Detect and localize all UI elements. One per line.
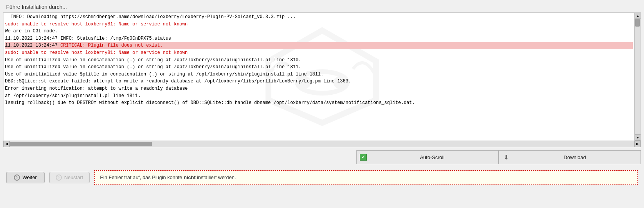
log-line: 11.10.2022 13:24:47 INFO: Statusfile: /t…	[5, 35, 633, 42]
download-icon: ⬇	[502, 153, 510, 161]
log-line: Use of uninitialized value in concatenat…	[5, 57, 633, 64]
log-line: 11.10.2022 13:24:47 CRITICAL: Plugin fil…	[5, 42, 633, 49]
h-scroll-track	[10, 142, 634, 146]
log-text-area: INFO: Downloading https://schmidberger.n…	[3, 13, 641, 141]
autoscroll-group: ✓ Auto-Scroll	[356, 150, 499, 164]
log-area: INFO: Downloading https://schmidberger.n…	[3, 12, 641, 147]
autoscroll-checkbox[interactable]: ✓	[360, 154, 367, 161]
controls-row: ✓ Auto-Scroll ⬇ Download	[0, 147, 644, 167]
bottom-row: ↻ Weiter ↻ Neustart Ein Fehler trat auf,…	[0, 167, 644, 188]
neustart-icon: ↻	[56, 174, 62, 181]
h-scroll-thumb[interactable]	[10, 142, 152, 146]
weiter-icon: ↻	[14, 174, 20, 181]
page-wrapper: Führe Installation durch... INFO: Downlo…	[0, 0, 644, 208]
log-inner: INFO: Downloading https://schmidberger.n…	[3, 13, 634, 141]
scroll-up-btn[interactable]: ▲	[635, 13, 641, 19]
log-line: sudo: unable to resolve host loxberry81:…	[5, 21, 633, 28]
log-lines: INFO: Downloading https://schmidberger.n…	[3, 13, 634, 107]
weiter-button[interactable]: ↻ Weiter	[6, 172, 45, 183]
log-line: We are in CGI mode.	[5, 28, 633, 35]
v-scroll-track	[635, 19, 641, 134]
neustart-button[interactable]: ↻ Neustart	[49, 172, 90, 183]
log-line: sudo: unable to resolve host loxberry81:…	[5, 49, 633, 57]
log-line: Issuing rollback() due to DESTROY withou…	[5, 99, 633, 107]
scroll-right-btn[interactable]: ▶	[634, 141, 641, 147]
error-text-bold: nicht	[184, 174, 196, 180]
error-text-before: Ein Fehler trat auf, das Plugin konnte	[100, 174, 184, 180]
download-button[interactable]: ⬇ Download	[499, 150, 641, 164]
log-line: at /opt/loxberry/sbin/plugininstall.pl l…	[5, 92, 633, 100]
h-scrollbar: ◀ ▶	[3, 141, 641, 147]
download-label: Download	[512, 154, 637, 160]
error-text-after: installiert werden.	[196, 174, 236, 180]
error-box: Ein Fehler trat auf, das Plugin konnte n…	[94, 170, 638, 185]
log-line: Use of uninitialized value $ptitle in co…	[5, 71, 633, 78]
log-line: Use of uninitialized value in concatenat…	[5, 64, 633, 71]
page-title: Führe Installation durch...	[0, 0, 644, 12]
weiter-label: Weiter	[22, 174, 37, 180]
scroll-left-btn[interactable]: ◀	[3, 141, 10, 147]
autoscroll-label: Auto-Scroll	[369, 154, 495, 160]
neustart-label: Neustart	[64, 174, 83, 180]
scroll-down-btn[interactable]: ▼	[635, 134, 641, 141]
v-scroll-thumb[interactable]	[635, 19, 640, 27]
log-line: DBD::SQLite::st execute failed: attempt …	[5, 78, 633, 85]
v-scrollbar: ▲ ▼	[634, 13, 641, 141]
log-line: Error inserting notification: attempt to…	[5, 85, 633, 92]
log-line: INFO: Downloading https://schmidberger.n…	[5, 13, 633, 21]
